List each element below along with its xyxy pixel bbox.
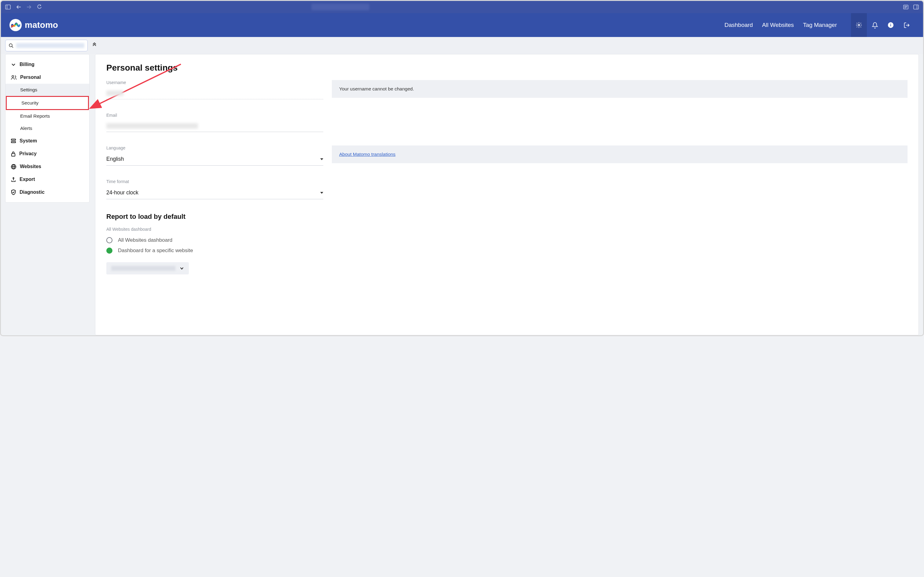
sidebar-label: Personal (20, 74, 41, 80)
language-label: Language (106, 145, 323, 150)
info-icon: i (888, 22, 894, 28)
radio-all-websites[interactable]: All Websites dashboard (106, 237, 908, 243)
logout-button[interactable] (899, 13, 914, 37)
translations-link[interactable]: About Matomo translations (339, 152, 395, 157)
svg-rect-18 (11, 139, 16, 140)
globe-icon (11, 164, 16, 169)
svg-text:i: i (890, 23, 891, 27)
sidebar-item-email-reports[interactable]: Email Reports (5, 110, 89, 122)
logout-icon (903, 22, 910, 28)
svg-point-17 (12, 76, 14, 77)
nav-tag-manager[interactable]: Tag Manager (803, 22, 837, 28)
language-info: About Matomo translations (332, 145, 908, 163)
sidebar-item-alerts[interactable]: Alerts (5, 122, 89, 134)
sidebar-label: Export (19, 177, 35, 182)
email-label: Email (106, 113, 323, 118)
share-icon[interactable] (903, 5, 908, 10)
username-info: Your username cannot be changed. (332, 80, 908, 98)
chevron-down-icon (320, 192, 323, 194)
app-header: matomo Dashboard All Websites Tag Manage… (1, 13, 923, 37)
back-icon[interactable] (16, 5, 21, 9)
settings-button[interactable] (851, 13, 867, 37)
logo[interactable]: matomo (10, 19, 58, 31)
svg-line-16 (12, 46, 13, 47)
sidebar-section-diagnostic[interactable]: Diagnostic (5, 186, 89, 199)
svg-point-8 (11, 25, 13, 27)
language-select[interactable]: English (106, 153, 323, 166)
radio-checked-icon (106, 248, 113, 254)
svg-point-15 (9, 44, 12, 47)
sidebar-section-personal[interactable]: Personal (5, 71, 89, 84)
sidebar-toggle-icon[interactable] (5, 5, 11, 10)
search-input[interactable] (16, 43, 84, 48)
search-box[interactable] (5, 40, 88, 52)
sidebar-section-system[interactable]: System (5, 134, 89, 147)
browser-chrome (1, 1, 923, 13)
logo-mark-icon (10, 19, 22, 31)
gear-icon (856, 22, 862, 28)
sidebar-label: Billing (19, 62, 35, 67)
chevron-down-icon (11, 62, 16, 67)
notifications-button[interactable] (867, 13, 883, 37)
website-picker[interactable] (106, 262, 189, 274)
svg-rect-6 (914, 5, 919, 9)
report-default-subtitle: All Websites dashboard (106, 227, 908, 232)
sidebar-label: Privacy (19, 151, 37, 156)
radio-unchecked-icon (106, 237, 113, 243)
sidebar-label: System (19, 138, 37, 143)
sidebar-label: Websites (20, 164, 41, 169)
panel-icon[interactable] (913, 5, 919, 10)
timeformat-select[interactable]: 24-hour clock (106, 187, 323, 199)
radio-specific-website[interactable]: Dashboard for a specific website (106, 248, 908, 254)
svg-rect-19 (11, 142, 16, 143)
page-title: Personal settings (106, 63, 908, 73)
sidebar-label: Diagnostic (19, 190, 45, 195)
svg-point-12 (858, 24, 860, 26)
username-input (106, 88, 323, 99)
logo-text: matomo (25, 20, 58, 30)
svg-rect-0 (5, 5, 10, 9)
sidebar-section-privacy[interactable]: Privacy (5, 147, 89, 160)
chevron-down-icon (320, 158, 323, 160)
collapse-icon[interactable] (92, 42, 97, 48)
users-icon (11, 75, 16, 80)
svg-rect-20 (11, 153, 15, 156)
chevron-down-icon (180, 266, 184, 271)
info-button[interactable]: i (883, 13, 899, 37)
svg-point-11 (18, 25, 20, 27)
bell-icon (872, 22, 878, 28)
forward-icon (27, 5, 31, 9)
username-label: Username (106, 80, 323, 85)
nav-all-websites[interactable]: All Websites (762, 22, 794, 28)
sidebar-item-security[interactable]: Security (6, 96, 89, 110)
subheader (1, 37, 923, 54)
timeformat-label: Time format (106, 179, 323, 184)
sidebar-section-billing[interactable]: Billing (5, 58, 89, 71)
url-bar[interactable] (311, 4, 369, 10)
sidebar-item-settings[interactable]: Settings (5, 84, 89, 96)
reload-icon[interactable] (37, 5, 42, 10)
email-input[interactable] (106, 121, 323, 132)
shield-icon (11, 190, 16, 195)
sidebar-section-export[interactable]: Export (5, 173, 89, 186)
export-icon (11, 177, 16, 182)
svg-point-9 (13, 25, 16, 27)
main-panel: Personal settings Username Your username… (95, 54, 919, 335)
nav-dashboard[interactable]: Dashboard (724, 22, 753, 28)
svg-point-10 (16, 24, 18, 26)
sidebar: Billing Personal Settings Security Email… (5, 54, 90, 203)
lock-icon (11, 151, 16, 156)
server-icon (11, 139, 16, 143)
sidebar-section-websites[interactable]: Websites (5, 160, 89, 173)
search-icon (8, 43, 14, 48)
report-default-title: Report to load by default (106, 213, 908, 221)
